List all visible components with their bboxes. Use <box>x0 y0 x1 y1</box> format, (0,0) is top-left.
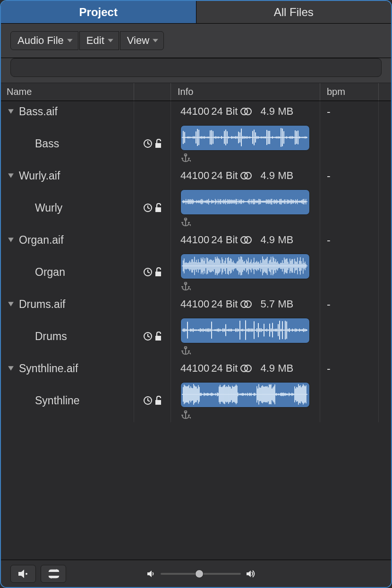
svg-rect-91 <box>306 136 307 138</box>
svg-rect-280 <box>227 258 228 274</box>
region-row[interactable]: Wurly <box>1 186 391 230</box>
menu-view[interactable]: View <box>120 31 164 50</box>
svg-rect-589 <box>303 384 304 405</box>
svg-rect-122 <box>206 200 207 204</box>
svg-rect-100 <box>186 199 186 205</box>
svg-rect-158 <box>240 199 241 204</box>
svg-rect-514 <box>232 386 233 403</box>
svg-rect-408 <box>238 329 239 331</box>
region-row[interactable]: Organ <box>1 250 391 294</box>
file-row[interactable]: Bass.aif 44100 24 Bit 4.9 MB - <box>1 101 391 122</box>
svg-rect-297 <box>243 262 244 270</box>
column-name[interactable]: Name <box>1 83 134 101</box>
preview-play-button[interactable] <box>10 565 36 583</box>
waveform-preview[interactable] <box>180 318 310 343</box>
svg-rect-535 <box>252 394 253 395</box>
waveform-preview[interactable] <box>180 189 310 215</box>
svg-rect-531 <box>248 394 249 395</box>
column-info[interactable]: Info <box>171 83 320 101</box>
disclosure-triangle-icon[interactable] <box>8 365 14 372</box>
svg-rect-27 <box>215 136 216 138</box>
file-size: 4.9 MB <box>260 170 293 182</box>
waveform-preview[interactable] <box>180 254 310 279</box>
svg-rect-262 <box>210 259 211 272</box>
menu-edit[interactable]: Edit <box>79 31 119 50</box>
svg-rect-239 <box>188 262 189 269</box>
disclosure-triangle-icon[interactable] <box>8 172 14 179</box>
svg-rect-253 <box>202 259 203 273</box>
svg-rect-427 <box>265 329 266 331</box>
svg-rect-47 <box>244 136 245 138</box>
menu-label: Audio File <box>17 34 64 47</box>
region-name: Bass <box>35 137 59 150</box>
svg-rect-454 <box>303 328 304 332</box>
svg-rect-562 <box>277 394 278 395</box>
file-row[interactable]: Organ.aif 44100 24 Bit 4.9 MB - <box>1 230 391 250</box>
file-list: Bass.aif 44100 24 Bit 4.9 MB - Bass Wurl… <box>1 101 391 560</box>
svg-rect-99 <box>185 201 185 202</box>
svg-rect-355 <box>298 264 299 268</box>
svg-rect-141 <box>224 200 225 203</box>
file-row[interactable]: Synthline.aif 44100 24 Bit 4.9 MB - <box>1 358 391 379</box>
tab-project[interactable]: Project <box>1 1 196 23</box>
svg-rect-15 <box>198 130 199 145</box>
svg-rect-142 <box>225 199 226 204</box>
svg-rect-567 <box>282 393 283 396</box>
svg-rect-250 <box>199 262 200 270</box>
svg-rect-283 <box>230 258 231 274</box>
svg-rect-541 <box>257 389 258 401</box>
svg-rect-488 <box>207 393 208 396</box>
svg-rect-128 <box>212 200 213 203</box>
svg-rect-75 <box>283 131 284 144</box>
svg-rect-121 <box>205 201 206 203</box>
volume-slider[interactable] <box>161 573 241 575</box>
waveform-graphic <box>181 383 308 406</box>
disclosure-triangle-icon[interactable] <box>8 301 14 307</box>
waveform-preview[interactable] <box>180 382 310 408</box>
svg-rect-389 <box>211 322 212 339</box>
region-row[interactable]: Bass <box>1 122 391 165</box>
svg-rect-39 <box>232 136 233 138</box>
column-bpm[interactable]: bpm <box>320 83 379 101</box>
svg-rect-397 <box>222 328 223 332</box>
svg-rect-28 <box>217 136 218 138</box>
svg-rect-401 <box>228 329 229 331</box>
svg-rect-116 <box>201 199 201 204</box>
svg-rect-110 <box>195 201 196 203</box>
svg-rect-303 <box>249 263 250 269</box>
loop-button[interactable] <box>41 565 66 583</box>
waveform-preview[interactable] <box>180 125 310 151</box>
svg-rect-25 <box>213 131 213 144</box>
svg-rect-282 <box>229 261 230 271</box>
svg-rect-316 <box>261 263 262 269</box>
region-row[interactable]: Synthline <box>1 379 391 422</box>
svg-rect-6 <box>186 137 187 138</box>
svg-rect-436 <box>278 324 279 336</box>
svg-rect-276 <box>223 263 224 269</box>
disclosure-triangle-icon[interactable] <box>8 237 14 243</box>
svg-rect-24 <box>211 130 212 145</box>
svg-rect-103 <box>188 199 189 204</box>
menu-label: View <box>127 34 149 47</box>
svg-rect-360 <box>303 258 304 273</box>
slider-thumb[interactable] <box>195 570 204 578</box>
tab-all-files[interactable]: All Files <box>196 1 392 23</box>
svg-rect-134 <box>218 199 218 205</box>
svg-rect-440 <box>283 330 284 331</box>
volume-control <box>146 570 257 578</box>
svg-rect-334 <box>278 264 279 268</box>
region-row[interactable]: Drums <box>1 315 391 358</box>
menu-audio-file[interactable]: Audio File <box>10 31 78 50</box>
svg-rect-380 <box>198 329 199 331</box>
svg-rect-196 <box>276 199 277 204</box>
svg-rect-273 <box>221 263 222 268</box>
svg-rect-152 <box>235 200 235 203</box>
svg-rect-442 <box>286 322 287 339</box>
column-status[interactable] <box>134 83 171 101</box>
search-input[interactable] <box>10 58 382 77</box>
svg-rect-177 <box>258 199 259 205</box>
file-row[interactable]: Wurly.aif 44100 24 Bit 4.9 MB - <box>1 165 391 186</box>
file-row[interactable]: Drums.aif 44100 24 Bit 5.7 MB - <box>1 294 391 315</box>
svg-rect-304 <box>250 262 251 270</box>
disclosure-triangle-icon[interactable] <box>8 108 14 115</box>
